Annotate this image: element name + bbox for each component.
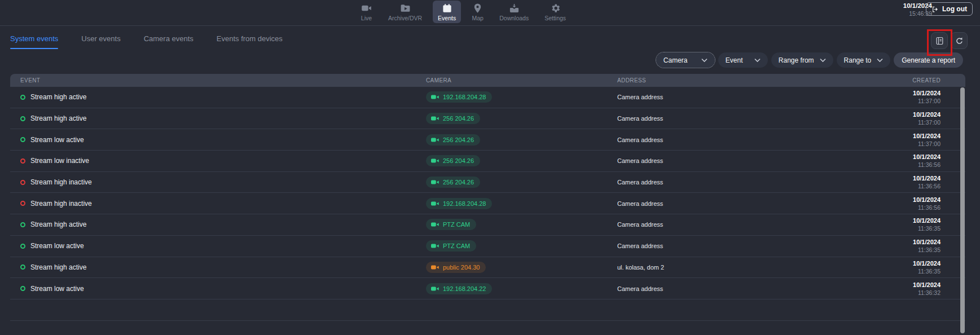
event-filter-dropdown[interactable]: Event bbox=[718, 52, 768, 68]
table-row[interactable]: Stream high active 192.168.204.28 Camera… bbox=[10, 87, 965, 108]
table-row[interactable]: Stream high active 256 204.26 Camera add… bbox=[10, 108, 965, 130]
dropdown-label: Range to bbox=[844, 56, 872, 64]
tab-camera-events[interactable]: Camera events bbox=[144, 26, 194, 51]
event-name: Stream high active bbox=[30, 93, 86, 101]
camera-badge[interactable]: 256 204.26 bbox=[426, 155, 480, 166]
camera-icon bbox=[431, 286, 439, 292]
camera-badge[interactable]: PTZ CAM bbox=[426, 219, 476, 230]
range-to-dropdown[interactable]: Range to bbox=[837, 52, 891, 68]
table-row[interactable]: Stream high inactive 256 204.26 Camera a… bbox=[10, 172, 965, 193]
column-header-created: CREATED bbox=[890, 77, 941, 83]
camera-badge[interactable]: 256 204.26 bbox=[426, 177, 480, 188]
created-cell: 10/1/2024 11:36:56 bbox=[890, 196, 941, 211]
event-status-icon bbox=[20, 222, 25, 227]
camera-badge[interactable]: 256 204.26 bbox=[426, 134, 480, 146]
tab-user-events[interactable]: User events bbox=[81, 26, 120, 51]
created-time: 11:36:56 bbox=[890, 161, 941, 168]
nav-item-map[interactable]: Map bbox=[467, 1, 489, 23]
logout-button[interactable]: Log out bbox=[926, 2, 973, 16]
logout-icon bbox=[931, 6, 939, 13]
dropdown-label: Range from bbox=[779, 56, 814, 64]
tab-system-events[interactable]: System events bbox=[10, 26, 58, 51]
camera-badge[interactable]: PTZ CAM bbox=[426, 240, 476, 252]
address-cell: Camera address bbox=[617, 285, 890, 292]
created-time: 11:36:56 bbox=[890, 183, 941, 189]
chevron-down-icon bbox=[820, 58, 826, 62]
gear-icon bbox=[550, 3, 561, 14]
event-status-icon bbox=[20, 265, 25, 270]
nav-label: Downloads bbox=[499, 15, 529, 21]
event-name: Stream high inactive bbox=[30, 178, 92, 186]
app-window: Live Archive/DVR Events Map bbox=[0, 0, 980, 335]
tab-events-from-devices[interactable]: Events from devices bbox=[217, 26, 283, 51]
range-from-dropdown[interactable]: Range from bbox=[771, 52, 833, 68]
report-filter-bar: Camera Event Range from Range to Generat… bbox=[656, 52, 963, 68]
nav-label: Events bbox=[438, 15, 456, 21]
nav-item-settings[interactable]: Settings bbox=[539, 1, 571, 23]
logout-label: Log out bbox=[942, 5, 967, 13]
events-tab-bar: System events User events Camera events … bbox=[0, 26, 283, 51]
nav-item-live[interactable]: Live bbox=[355, 1, 377, 23]
dropdown-label: Event bbox=[726, 56, 743, 64]
camera-icon bbox=[431, 179, 439, 185]
column-header-event: EVENT bbox=[10, 77, 426, 83]
address-cell: ul. kolasa, dom 2 bbox=[617, 264, 890, 271]
event-status-icon bbox=[20, 116, 25, 121]
address-cell: Camera address bbox=[617, 200, 890, 207]
address-cell: Camera address bbox=[617, 221, 890, 228]
camera-name: 192.168.204.28 bbox=[443, 200, 486, 207]
chevron-down-icon bbox=[701, 58, 707, 62]
camera-name: 256 204.26 bbox=[443, 157, 474, 164]
table-row[interactable]: Stream low inactive 256 204.26 Camera ad… bbox=[10, 151, 965, 172]
created-time: 11:36:56 bbox=[890, 204, 941, 211]
nav-item-events[interactable]: Events bbox=[433, 1, 461, 23]
nav-item-archive-dvr[interactable]: Archive/DVR bbox=[383, 1, 427, 23]
column-header-camera: CAMERA bbox=[426, 77, 617, 83]
tab-label: System events bbox=[10, 34, 58, 43]
created-cell: 10/1/2024 11:36:56 bbox=[890, 153, 941, 168]
created-date: 10/1/2024 bbox=[890, 175, 941, 182]
created-cell: 10/1/2024 11:36:35 bbox=[890, 260, 941, 275]
camera-badge[interactable]: 256 204.26 bbox=[426, 113, 480, 124]
table-header: EVENT CAMERA ADDRESS CREATED bbox=[10, 74, 965, 87]
report-journal-button[interactable] bbox=[931, 32, 948, 49]
event-status-icon bbox=[20, 244, 25, 249]
camera-badge[interactable]: public 204.30 bbox=[426, 262, 486, 273]
created-cell: 10/1/2024 11:37:00 bbox=[890, 90, 941, 104]
address-cell: Camera address bbox=[617, 136, 890, 143]
camera-badge[interactable]: 192.168.204.22 bbox=[426, 283, 492, 294]
refresh-button[interactable] bbox=[951, 32, 968, 49]
camera-name: PTZ CAM bbox=[443, 221, 470, 228]
column-header-address: ADDRESS bbox=[617, 77, 890, 83]
camera-filter-dropdown[interactable]: Camera bbox=[656, 52, 715, 68]
table-row[interactable]: Stream low active PTZ CAM Camera address… bbox=[10, 236, 965, 257]
created-date: 10/1/2024 bbox=[890, 90, 941, 96]
table-row[interactable]: Stream high active PTZ CAM Camera addres… bbox=[10, 214, 965, 236]
camera-icon bbox=[431, 222, 439, 227]
created-date: 10/1/2024 bbox=[890, 281, 941, 288]
address-cell: Camera address bbox=[617, 157, 890, 164]
vertical-scrollbar-thumb[interactable] bbox=[960, 87, 965, 333]
camera-icon bbox=[431, 137, 439, 143]
table-row[interactable]: Stream low active 192.168.204.22 Camera … bbox=[10, 278, 965, 299]
table-row[interactable]: Stream high active public 204.30 ul. kol… bbox=[10, 257, 965, 279]
video-camera-icon bbox=[361, 3, 372, 14]
camera-badge[interactable]: 192.168.204.28 bbox=[426, 198, 492, 209]
chevron-down-icon bbox=[877, 58, 883, 62]
camera-name: 256 204.26 bbox=[443, 136, 474, 143]
nav-label: Archive/DVR bbox=[388, 15, 422, 21]
generate-report-button[interactable]: Generate a report bbox=[894, 52, 963, 68]
created-date: 10/1/2024 bbox=[890, 153, 941, 160]
nav-item-downloads[interactable]: Downloads bbox=[494, 1, 534, 23]
camera-name: PTZ CAM bbox=[443, 243, 470, 249]
created-cell: 10/1/2024 11:36:35 bbox=[890, 217, 941, 232]
report-journal-icon bbox=[935, 36, 944, 46]
event-name: Stream high active bbox=[30, 263, 86, 271]
table-row[interactable]: Stream low active 256 204.26 Camera addr… bbox=[10, 129, 965, 151]
camera-name: 192.168.204.22 bbox=[443, 285, 486, 292]
camera-badge[interactable]: 192.168.204.28 bbox=[426, 91, 492, 103]
table-row[interactable]: Stream high inactive 192.168.204.28 Came… bbox=[10, 193, 965, 214]
address-cell: Camera address bbox=[617, 115, 890, 122]
calendar-icon bbox=[441, 3, 453, 14]
dropdown-label: Camera bbox=[663, 56, 688, 64]
